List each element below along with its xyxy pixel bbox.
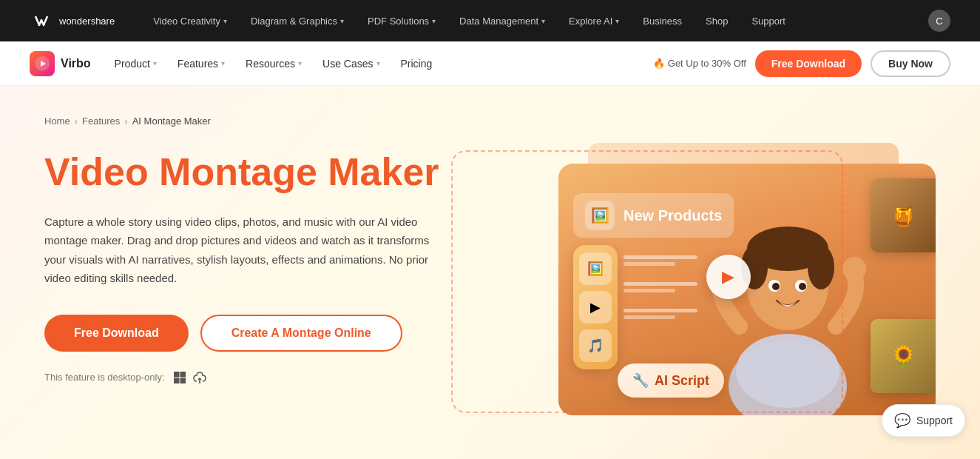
chevron-down-icon: ▾ <box>615 17 619 25</box>
chevron-down-icon: ▾ <box>223 17 227 25</box>
hero-description: Capture a whole story using video clips,… <box>44 212 444 288</box>
hero-free-download-button[interactable]: Free Download <box>44 315 189 352</box>
top-nav-data-management[interactable]: Data Management ▾ <box>459 16 545 27</box>
virbo-label: Virbo <box>61 57 91 70</box>
brand-name: wondershare <box>59 16 115 27</box>
top-nav-support[interactable]: Support <box>751 16 785 27</box>
support-button[interactable]: 💬 Support <box>882 404 965 437</box>
hero-illustration: ▶ 🖼️ New Products 🖼️ ▶ 🎵 <box>473 143 936 424</box>
top-nav-shop[interactable]: Shop <box>706 16 728 27</box>
new-products-icon: 🖼️ <box>585 201 615 230</box>
chevron-down-icon: ▾ <box>376 59 380 67</box>
top-nav-business[interactable]: Business <box>643 16 682 27</box>
side-thumbnail-top: 🍯 <box>871 178 936 252</box>
svg-rect-6 <box>180 378 186 383</box>
chevron-down-icon: ▾ <box>432 17 436 25</box>
support-icon: 💬 <box>894 412 910 429</box>
breadcrumb-sep-1: › <box>75 115 78 127</box>
top-nav-explore-ai[interactable]: Explore AI ▾ <box>569 16 619 27</box>
svg-rect-4 <box>180 372 186 378</box>
top-nav-pdf-solutions[interactable]: PDF Solutions ▾ <box>368 16 436 27</box>
sub-nav-resources[interactable]: Resources ▾ <box>237 41 311 85</box>
panel-image-icon: 🖼️ <box>579 252 612 285</box>
new-products-badge: 🖼️ New Products <box>573 193 734 238</box>
sub-nav-product[interactable]: Product ▾ <box>106 41 166 85</box>
chevron-down-icon: ▾ <box>221 59 225 67</box>
chevron-down-icon: ▾ <box>340 17 344 25</box>
sub-nav-pricing[interactable]: Pricing <box>392 41 442 85</box>
panel-music-icon: 🎵 <box>579 329 612 362</box>
panel-play-icon: ▶ <box>579 291 612 324</box>
breadcrumb-current: AI Montage Maker <box>132 115 211 127</box>
promo-badge: 🔥 Get Up to 30% Off <box>653 58 746 69</box>
ai-script-icon: 🔧 <box>632 372 649 389</box>
svg-point-18 <box>799 283 806 290</box>
breadcrumb-sep-2: › <box>124 115 127 127</box>
chevron-down-icon: ▾ <box>298 59 302 67</box>
icon-panel: 🖼️ ▶ 🎵 <box>573 245 618 369</box>
breadcrumb-home[interactable]: Home <box>44 115 70 127</box>
virbo-logo-icon <box>30 51 55 76</box>
top-nav-diagram-graphics[interactable]: Diagram & Graphics ▾ <box>251 16 344 27</box>
hero-title: Video Montage Maker <box>44 150 444 195</box>
breadcrumb-features[interactable]: Features <box>82 115 120 127</box>
user-avatar[interactable]: C <box>928 10 950 32</box>
main-illustration-card: ▶ 🖼️ New Products 🖼️ ▶ 🎵 <box>558 164 936 415</box>
hero-section: Home › Features › AI Montage Maker Video… <box>0 86 980 459</box>
svg-point-9 <box>736 334 839 408</box>
ai-script-label: AI Script <box>655 373 709 389</box>
free-download-button[interactable]: Free Download <box>755 50 862 77</box>
support-label: Support <box>916 415 953 426</box>
play-button[interactable]: ▶ <box>706 255 751 299</box>
buy-now-button[interactable]: Buy Now <box>871 50 950 77</box>
top-nav-video-creativity[interactable]: Video Creativity ▾ <box>153 16 227 27</box>
new-products-label: New Products <box>624 207 722 224</box>
windows-icon <box>172 370 187 385</box>
hero-create-online-button[interactable]: Create A Montage Online <box>200 315 402 352</box>
brand-logo[interactable]: wondershare <box>30 9 115 33</box>
ai-script-badge: 🔧 AI Script <box>618 363 724 398</box>
side-thumbnail-bottom: 🌻 <box>871 319 936 393</box>
top-nav: wondershare Video Creativity ▾ Diagram &… <box>0 0 980 41</box>
svg-rect-3 <box>174 372 180 378</box>
panel-lines <box>624 251 697 319</box>
cloud-upload-icon <box>193 369 209 386</box>
sub-nav-features[interactable]: Features ▾ <box>169 41 234 85</box>
breadcrumb: Home › Features › AI Montage Maker <box>44 115 936 127</box>
virbo-brand[interactable]: Virbo <box>30 51 91 76</box>
svg-point-14 <box>808 245 834 289</box>
sub-nav: Virbo Product ▾ Features ▾ Resources ▾ U… <box>0 41 980 86</box>
desktop-note-text: This feature is desktop-only: <box>44 372 165 383</box>
chevron-down-icon: ▾ <box>153 59 157 67</box>
chevron-down-icon: ▾ <box>541 17 545 25</box>
svg-point-17 <box>772 283 780 290</box>
sub-nav-use-cases[interactable]: Use Cases ▾ <box>314 41 388 85</box>
svg-point-20 <box>842 257 866 281</box>
svg-rect-5 <box>174 378 180 383</box>
